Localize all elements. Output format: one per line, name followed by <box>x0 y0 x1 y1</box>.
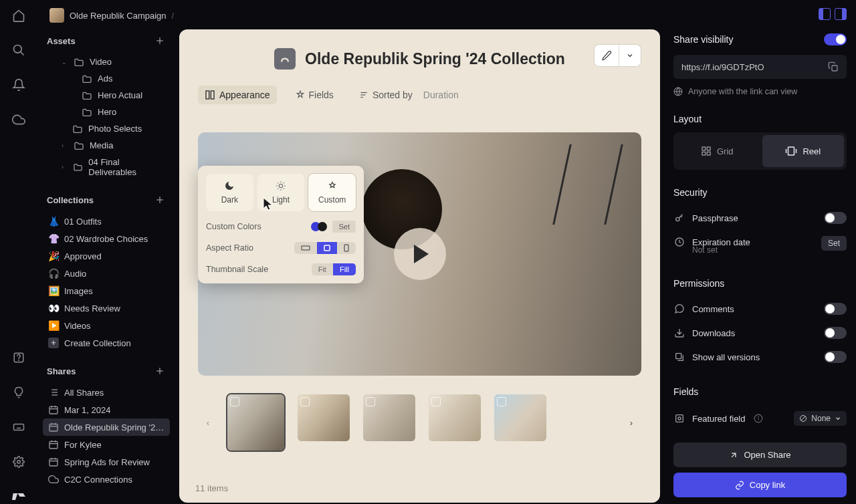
share-item[interactable]: All Shares <box>43 384 170 401</box>
aspect-ratio-label: Aspect Ratio <box>206 243 253 253</box>
bell-icon[interactable] <box>11 78 26 92</box>
collection-item[interactable]: 👚02 Wardrobe Choices <box>43 230 170 247</box>
svg-rect-65 <box>676 415 683 422</box>
aspect-wide[interactable] <box>294 242 317 254</box>
share-item[interactable]: For Kylee <box>43 436 170 453</box>
collection-item[interactable]: 🖼️Images <box>43 282 170 299</box>
tree-row[interactable]: Hero Actual <box>43 87 170 104</box>
comments-toggle[interactable] <box>824 303 847 315</box>
versions-row: Show all versions <box>673 345 847 369</box>
assets-header: Assets <box>37 29 175 52</box>
tree-row[interactable]: Ads <box>43 70 170 87</box>
tree-row[interactable]: ›Media <box>43 137 170 154</box>
edit-menu-button[interactable] <box>619 45 641 66</box>
svg-rect-56 <box>707 147 710 150</box>
sort-menu[interactable]: Sorted by <box>352 86 419 104</box>
reel-icon <box>785 146 797 156</box>
collection-item[interactable]: 👀Needs Review <box>43 299 170 317</box>
cloud-icon[interactable] <box>11 112 26 127</box>
svg-line-1 <box>21 52 24 55</box>
share-item[interactable]: Mar 1, 2024 <box>43 401 170 418</box>
theme-light[interactable]: Light <box>257 174 305 211</box>
scale-fit[interactable]: Fit <box>312 263 333 275</box>
collection-item[interactable]: 🎧Audio <box>43 265 170 282</box>
add-asset-button[interactable] <box>154 35 166 47</box>
collection-item[interactable]: 🎉Approved <box>43 247 170 265</box>
shares-label: Shares <box>47 366 76 376</box>
collection-label: Needs Review <box>64 303 120 313</box>
keyboard-icon[interactable] <box>11 420 26 434</box>
passphrase-toggle[interactable] <box>824 212 847 224</box>
tree-row[interactable]: ›04 Final Deliverables <box>43 154 170 180</box>
fields-tab[interactable]: Fields <box>289 86 340 104</box>
set-expiration-button[interactable]: Set <box>821 236 847 251</box>
tree-row[interactable]: Photo Selects <box>43 120 170 137</box>
thumbnail[interactable] <box>494 394 546 441</box>
play-button[interactable] <box>394 228 446 280</box>
set-colors-button[interactable]: Set <box>332 221 356 233</box>
edit-button[interactable] <box>595 45 619 66</box>
featured-field-select[interactable]: None <box>794 411 847 426</box>
aspect-tall[interactable] <box>337 242 356 254</box>
share-row-icon <box>48 439 59 450</box>
thumbnail-scale-segment[interactable]: Fit Fill <box>312 263 356 275</box>
thumbnail[interactable] <box>363 394 415 441</box>
layout-reel[interactable]: Reel <box>762 135 845 167</box>
copy-link-button[interactable]: Copy link <box>673 473 847 497</box>
color-swatches[interactable] <box>311 222 327 231</box>
prev-arrow[interactable]: ‹ <box>198 412 218 432</box>
passphrase-row: Passphrase <box>673 206 847 230</box>
none-icon <box>799 414 807 422</box>
add-collection-button[interactable] <box>154 194 166 206</box>
create-collection-button[interactable]: +Create Collection <box>43 334 170 352</box>
copy-icon[interactable] <box>828 61 839 72</box>
collection-emoji-icon: 🎉 <box>48 251 59 261</box>
layout-grid[interactable]: Grid <box>676 135 758 167</box>
svg-point-0 <box>14 45 22 53</box>
share-row-icon <box>48 457 59 467</box>
downloads-toggle[interactable] <box>824 327 847 339</box>
gear-icon[interactable] <box>11 455 26 469</box>
share-item[interactable]: C2C Connections <box>43 471 170 488</box>
aspect-square[interactable] <box>317 242 337 254</box>
appearance-tab[interactable]: Appearance <box>198 86 277 104</box>
tree-row[interactable]: ⌄Video <box>43 53 170 70</box>
tree-label: Hero Actual <box>98 90 142 100</box>
aspect-ratio-segment[interactable] <box>294 242 356 254</box>
toggle-right-panel-icon[interactable] <box>835 8 847 20</box>
external-link-icon <box>729 451 738 460</box>
shares-list: All SharesMar 1, 2024Olde Republik Sprin… <box>37 382 175 489</box>
collection-item[interactable]: 👗01 Outfits <box>43 213 170 230</box>
tree-row[interactable]: Hero <box>43 104 170 120</box>
search-icon[interactable] <box>11 43 26 57</box>
svg-rect-18 <box>49 406 58 414</box>
versions-toggle[interactable] <box>824 351 847 363</box>
thumbnail[interactable] <box>429 394 481 441</box>
app-logo-icon[interactable] <box>11 489 26 504</box>
share-item[interactable]: Olde Republik Spring '24… <box>43 418 170 436</box>
svg-point-40 <box>279 184 282 187</box>
thumbnail[interactable] <box>227 394 284 451</box>
next-arrow[interactable]: › <box>621 412 641 432</box>
collection-item[interactable]: ▶️Videos <box>43 317 170 334</box>
info-icon[interactable] <box>754 414 763 423</box>
home-icon[interactable] <box>11 8 26 23</box>
canvas: Olde Republik Spring '24 Collection Appe… <box>179 29 660 503</box>
scale-fill[interactable]: Fill <box>333 263 356 275</box>
breadcrumb-project[interactable]: Olde Republik Campaign <box>70 11 167 21</box>
help-icon[interactable] <box>11 350 26 365</box>
theme-custom[interactable]: Custom <box>308 174 356 211</box>
open-share-button[interactable]: Open Share <box>673 443 847 467</box>
featured-icon <box>673 412 685 424</box>
play-icon <box>414 245 429 263</box>
share-url-box[interactable]: https://f.io/9GDTzPtO <box>673 55 847 79</box>
sort-value: Duration <box>423 90 459 100</box>
share-visibility-toggle[interactable] <box>824 33 847 45</box>
add-share-button[interactable] <box>154 365 166 377</box>
featured-field-row: Featured field None <box>673 405 847 432</box>
share-item[interactable]: Spring Ads for Review <box>43 453 170 471</box>
theme-dark[interactable]: Dark <box>206 174 253 211</box>
lightbulb-icon[interactable] <box>11 385 26 400</box>
toggle-left-panel-icon[interactable] <box>819 8 831 20</box>
thumbnail[interactable] <box>298 394 350 441</box>
